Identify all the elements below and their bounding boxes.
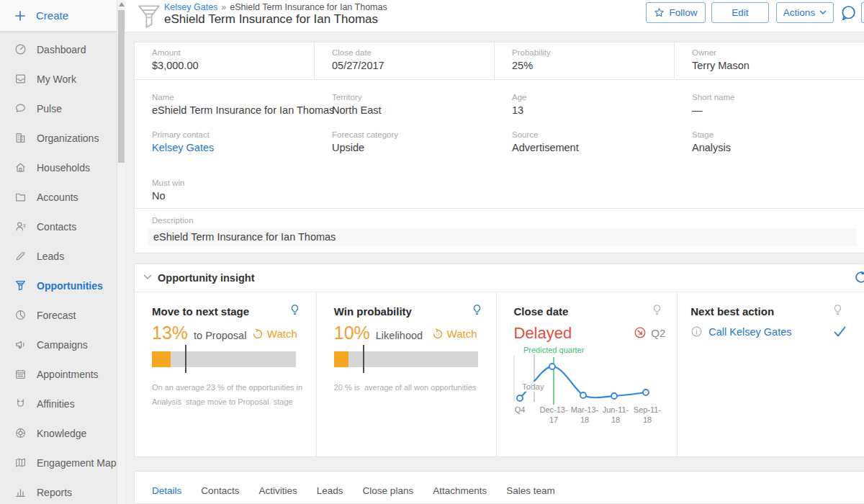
watch-button[interactable]: Watch [252,328,297,340]
sidebar-item-forecast[interactable]: Forecast [0,300,117,330]
breadcrumb-current: eShield Term Insurance for Ian Thomas [230,2,387,12]
sidebar-item-label: My Work [37,73,76,85]
sidebar-item-label: Leads [37,251,64,262]
watch-button[interactable]: Watch [432,328,477,340]
insight-card-move-to-next-stage: Move to next stage 13% to Proposal Watch… [135,292,316,457]
sidebar-item-my-work[interactable]: My Work [0,64,117,94]
bulb-icon[interactable] [652,304,662,316]
scroll-up-arrow-icon[interactable] [119,2,125,6]
follow-button[interactable]: Follow [646,2,706,23]
campaigns-icon [14,338,27,351]
x-tick: Sep-11- [633,405,661,414]
chat-bubble-icon[interactable] [839,4,858,23]
edit-button[interactable]: Edit [711,2,769,23]
field-label: Close date [332,48,494,57]
sidebar-item-organizations[interactable]: Organizations [0,123,117,153]
predicted-quarter-label: Predicted quarter [523,346,585,354]
average-marker [185,345,186,373]
field-must-win: Must win No [135,173,315,202]
next-best-action-link[interactable]: Call Kelsey Gates [690,325,791,338]
page-header: Kelsey Gates»eShield Term Insurance for … [125,0,864,32]
tab-attachments[interactable]: Attachments [433,485,487,496]
breadcrumb-link[interactable]: Kelsey Gates [164,2,217,12]
field-row-4: Must win No [135,173,864,202]
tab-leads[interactable]: Leads [317,485,343,496]
field-value: Advertisement [512,142,675,153]
sidebar-item-label: Accounts [37,192,78,203]
tab-close-plans[interactable]: Close plans [363,485,414,496]
x-tick: 18 [611,415,619,424]
sidebar-item-accounts[interactable]: Accounts [0,182,117,212]
bulb-icon[interactable] [832,304,843,316]
collapse-chevron-icon[interactable] [143,274,152,280]
info-icon [690,325,703,338]
sidebar-item-appointments[interactable]: Appointments [0,359,117,389]
field-forecast-category: Forecast category Upside [315,125,495,153]
description-value[interactable]: eShield Term Insurance for Ian Thomas [148,228,857,246]
sidebar-item-households[interactable]: Households [0,153,117,182]
tab-details[interactable]: Details [152,485,181,496]
sidebar-item-label: Opportunities [37,280,103,292]
opportunities-icon [14,279,27,292]
field-value: North East [332,104,495,116]
field-probability: Probability 25% [495,42,675,80]
data-point [517,395,523,401]
card-title: Next best action [690,305,774,318]
insight-card-next-best-action: Next best action Call Kelsey Gates [677,292,864,457]
dashboard-icon [14,43,27,55]
field-value: eShield Term Insurance for Ian Thomas [152,104,315,116]
x-tick: 18 [580,415,588,424]
sidebar-item-opportunities[interactable]: Opportunities [0,271,117,300]
sidebar-item-reports[interactable]: Reports [0,477,117,504]
primary-contact-link[interactable]: Kelsey Gates [152,142,315,153]
field-label: Stage [692,130,855,139]
field-label: Territory [332,93,495,102]
actions-button[interactable]: Actions [776,2,834,23]
sidebar-item-pulse[interactable]: Pulse [0,94,117,123]
field-label: Must win [152,179,315,187]
opportunity-funnel-icon [135,2,163,31]
watch-label: Watch [447,328,477,340]
sidebar-item-dashboard[interactable]: Dashboard [0,35,117,64]
sidebar-item-campaigns[interactable]: Campaigns [0,330,117,359]
bulb-icon[interactable] [289,304,300,316]
field-name: Name eShield Term Insurance for Ian Thom… [135,87,315,116]
sidebar-scrollbar[interactable] [117,0,125,504]
sidebar-item-label: Affinities [37,398,75,410]
bulb-icon[interactable] [472,304,482,316]
action-label: Call Kelsey Gates [708,326,791,338]
field-label: Age [512,93,675,102]
star-icon [654,7,665,18]
data-point [643,390,649,395]
refresh-icon[interactable] [853,269,864,285]
field-value: $3,000.00 [152,60,314,71]
sidebar-item-leads[interactable]: Leads [0,241,117,271]
sidebar-item-label: Contacts [37,221,76,233]
scrollbar-thumb[interactable] [118,10,125,163]
field-value: 25% [512,60,674,71]
sidebar-item-affinities[interactable]: Affinities [0,389,117,418]
delayed-quarter: Q2 [634,326,665,339]
cutoff-button[interactable] [861,2,864,23]
field-description: Description eShield Term Insurance for I… [152,216,857,246]
chevron-down-icon [819,10,827,15]
field-amount: Amount $3,000.00 [135,42,315,80]
affinities-icon [14,397,27,410]
field-value: 13 [512,104,675,116]
field-source: Source Advertisement [495,125,675,153]
data-point [549,364,555,369]
complete-check-icon[interactable] [833,325,847,338]
sidebar-item-knowledge[interactable]: Knowledge [0,418,117,448]
field-value: Analysis [692,142,855,153]
knowledge-icon [14,427,27,439]
description-divider [135,208,864,209]
tab-contacts[interactable]: Contacts [201,485,239,496]
tab-sales-team[interactable]: Sales team [506,485,555,496]
stage-progress-bar [152,351,296,367]
sidebar-item-engagement-map[interactable]: Engagement Map [0,448,117,477]
data-point [580,392,586,398]
tab-activities[interactable]: Activities [259,485,297,496]
create-button[interactable]: Create [0,0,117,31]
sidebar-item-contacts[interactable]: Contacts [0,212,117,241]
progress-fill [152,351,171,367]
